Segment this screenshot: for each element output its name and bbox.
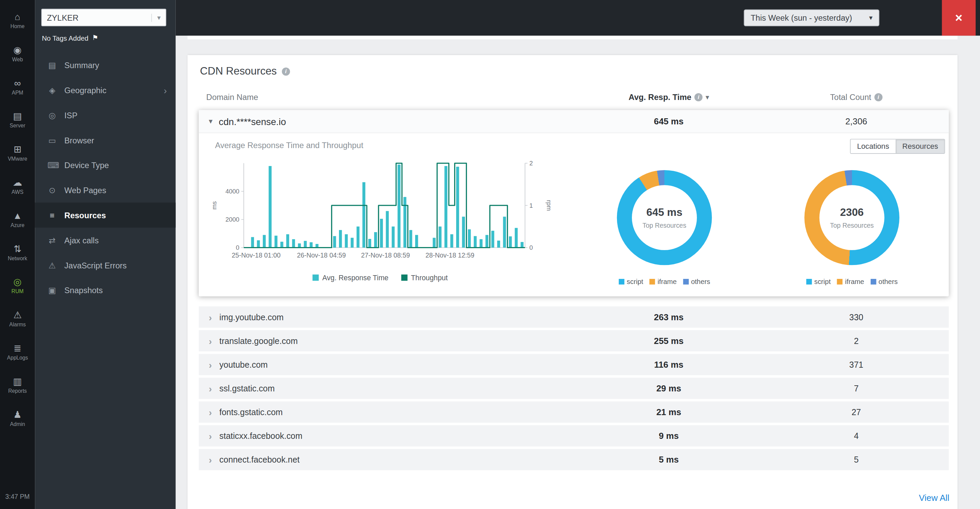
close-button[interactable]: ×: [942, 0, 975, 35]
info-icon[interactable]: i: [874, 93, 883, 101]
column-count-label: Total Count: [830, 93, 871, 102]
info-icon[interactable]: i: [695, 93, 703, 101]
sidebar-item-resources[interactable]: ≡ Resources: [35, 203, 175, 228]
expanded-domain-row[interactable]: ▾ cdn.****sense.io 645 ms 2,306: [199, 110, 949, 133]
toggle-locations-button[interactable]: Locations: [851, 139, 895, 153]
legend-item-others[interactable]: others: [683, 278, 710, 285]
chevron-down-icon: ▾: [152, 14, 161, 22]
web-icon: ◉: [14, 45, 22, 54]
total-count-value: 5: [775, 455, 938, 464]
monitor-selector-value: ZYLKER: [47, 13, 78, 22]
admin-icon: ♟: [13, 409, 22, 419]
legend-item-iframe[interactable]: iframe: [837, 278, 864, 285]
table-row[interactable]: › img.youtube.com 263 ms 330: [199, 306, 949, 328]
rail-item-aws[interactable]: ☁ AWS: [0, 169, 35, 203]
web-pages-icon: ⊙: [48, 185, 57, 195]
avg-resp-time-value: 255 ms: [587, 336, 750, 346]
total-count-value: 4: [775, 431, 938, 440]
donut-2-center: 2306 Top Resources: [819, 185, 885, 250]
view-all-link[interactable]: View All: [919, 493, 950, 503]
total-count-value: 330: [775, 313, 938, 322]
sidebar-item-snapshots[interactable]: ▣ Snapshots: [35, 278, 175, 303]
isp-icon: ◎: [48, 110, 57, 120]
donut-1-center: 645 ms Top Resources: [632, 185, 697, 250]
scrolled-card-edge: [188, 35, 958, 39]
rail-item-rum[interactable]: ◎ RUM: [0, 269, 35, 302]
legend-swatch: [649, 279, 655, 284]
avg-resp-time-value: 116 ms: [587, 359, 750, 370]
main-content: CDN Resources i Domain Name Avg. Resp. T…: [176, 35, 980, 509]
info-icon[interactable]: i: [282, 67, 290, 75]
rail-item-label: APM: [12, 89, 23, 95]
legend-item-iframe[interactable]: iframe: [649, 278, 676, 285]
rail-item-admin[interactable]: ♟ Admin: [0, 402, 35, 435]
tag-icon: ⚑: [92, 34, 98, 42]
sidebar-item-label: ISP: [64, 110, 78, 120]
chevron-right-icon: ›: [208, 336, 212, 346]
device-type-icon: ⌨: [48, 160, 57, 170]
combo-chart-legend: Avg. Response Time Throughput: [236, 274, 524, 281]
table-row[interactable]: › staticxx.facebook.com 9 ms 4: [199, 425, 949, 447]
sidebar-item-isp[interactable]: ◎ ISP: [35, 103, 175, 128]
sidebar-item-web-pages[interactable]: ⊙ Web Pages: [35, 177, 175, 203]
rail-item-applogs[interactable]: ≣ AppLogs: [0, 335, 35, 369]
vmware-icon: ⊞: [14, 144, 21, 153]
domain-name: ssl.gstatic.com: [220, 384, 275, 393]
sidebar-item-device-type[interactable]: ⌨ Device Type: [35, 153, 175, 177]
domain-rows: › img.youtube.com 263 ms 330› translate.…: [199, 306, 949, 473]
sidebar-item-javascript-errors[interactable]: ⚠ JavaScript Errors: [35, 252, 175, 278]
column-avg-resp-time[interactable]: Avg. Resp. Time i ▾: [587, 93, 750, 102]
rail-item-label: Azure: [11, 222, 24, 228]
js-errors-icon: ⚠: [48, 261, 57, 270]
sidebar-item-label: Resources: [64, 211, 106, 220]
rail-item-label: Network: [8, 255, 27, 261]
sidebar-item-geographic[interactable]: ◈ Geographic›: [35, 78, 175, 103]
date-range-dropdown[interactable]: This Week (sun - yesterday) ▾: [744, 10, 880, 26]
sidebar-item-summary[interactable]: ▤ Summary: [35, 53, 175, 78]
rail-item-home[interactable]: ⌂ Home: [0, 4, 35, 37]
legend-swatch: [619, 279, 624, 284]
table-row[interactable]: › ssl.gstatic.com 29 ms 7: [199, 378, 949, 399]
legend-swatch: [870, 279, 876, 284]
sidebar-item-browser[interactable]: ▭ Browser: [35, 128, 175, 153]
rail-item-server[interactable]: ▤ Server: [0, 103, 35, 136]
avg-resp-time-value: 29 ms: [587, 383, 750, 393]
legend-item-throughput[interactable]: Throughput: [401, 274, 448, 281]
expanded-domain-panel: ▾ cdn.****sense.io 645 ms 2,306 Average …: [199, 110, 949, 297]
legend-item-avg.-response-time[interactable]: Avg. Response Time: [312, 274, 388, 281]
rail-item-apm[interactable]: ∞ APM: [0, 70, 35, 103]
monitor-selector-dropdown[interactable]: ZYLKER ▾: [41, 9, 166, 26]
tags-row[interactable]: No Tags Added ⚑: [42, 34, 99, 42]
rail-item-web[interactable]: ◉ Web: [0, 37, 35, 70]
rail-item-label: RUM: [11, 288, 24, 294]
sort-descending-icon[interactable]: ▾: [706, 94, 709, 101]
rail-item-label: Admin: [10, 421, 25, 427]
domain-name: staticxx.facebook.com: [220, 431, 302, 440]
table-row[interactable]: › fonts.gstatic.com 21 ms 27: [199, 402, 949, 423]
chevron-right-icon: ›: [208, 431, 212, 440]
chevron-right-icon: ›: [208, 360, 212, 369]
rail-item-vmware[interactable]: ⊞ VMware: [0, 136, 35, 169]
legend-item-script[interactable]: script: [806, 278, 831, 285]
rail-item-label: Web: [12, 56, 23, 62]
chevron-down-icon: ▾: [869, 14, 872, 22]
table-row[interactable]: › connect.facebook.net 5 ms 5: [199, 449, 949, 471]
toggle-resources-button[interactable]: Resources: [895, 139, 945, 153]
table-row[interactable]: › translate.google.com 255 ms 2: [199, 330, 949, 351]
table-row[interactable]: › youtube.com 116 ms 371: [199, 354, 949, 375]
column-domain-name[interactable]: Domain Name: [206, 93, 258, 102]
rail-item-label: AppLogs: [7, 354, 28, 360]
alarms-bell-icon: ⚠: [13, 310, 22, 319]
sidebar-item-ajax-calls[interactable]: ⇄ Ajax calls: [35, 228, 175, 253]
avg-resp-time-value: 21 ms: [587, 407, 750, 417]
rail-item-reports[interactable]: ▥ Reports: [0, 369, 35, 402]
close-icon: ×: [955, 11, 963, 25]
rail-item-alarms[interactable]: ⚠ Alarms: [0, 302, 35, 335]
left-icon-rail: ⌂ Home◉ Web∞ APM▤ Server⊞ VMware☁ AWS▲ A…: [0, 0, 35, 509]
aws-icon: ☁: [13, 177, 22, 187]
rail-item-network[interactable]: ⇅ Network: [0, 236, 35, 269]
legend-item-others[interactable]: others: [870, 278, 897, 285]
legend-item-script[interactable]: script: [619, 278, 643, 285]
rail-item-azure[interactable]: ▲ Azure: [0, 203, 35, 236]
column-total-count[interactable]: Total Count i: [775, 93, 938, 102]
